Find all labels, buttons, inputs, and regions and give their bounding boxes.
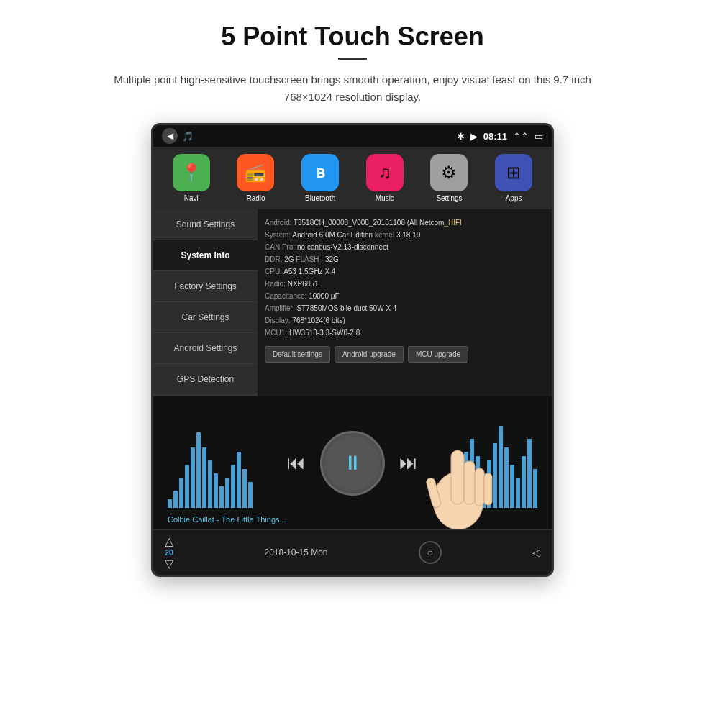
info-line-can: CAN Pro: no canbus-V2.13-disconnect (265, 241, 545, 253)
svg-rect-4 (484, 473, 492, 505)
app-bluetooth[interactable]: ʙ Bluetooth (301, 154, 339, 202)
app-settings[interactable]: ⚙ Settings (430, 154, 468, 202)
status-bar: ◀ 🎵 ✱ ▶ 08:11 ⌃⌃ ▭ (153, 125, 552, 147)
music-controls: ⏮ ⏸ ⏭ (287, 431, 418, 496)
app-grid: 📍 Navi 📻 Radio ʙ Bluetooth ♫ Music ⚙ Set… (153, 147, 552, 209)
svg-rect-1 (451, 450, 464, 504)
volume-up-button[interactable]: △ (165, 534, 173, 548)
apps-label: Apps (506, 194, 522, 202)
visualizer-bar (225, 478, 229, 508)
visualizer-bar (231, 465, 235, 508)
expand-icon: ⌃⌃ (513, 131, 529, 142)
android-upgrade-button[interactable]: Android upgrade (335, 346, 404, 363)
bluetooth-label: Bluetooth (305, 194, 335, 202)
sidebar-item-system-info[interactable]: System Info (153, 240, 258, 271)
music-label: Music (376, 194, 394, 202)
device-frame: ◀ 🎵 ✱ ▶ 08:11 ⌃⌃ ▭ 📍 Navi 📻 Radio ʙ Blue… (151, 123, 554, 577)
volume-control: △ 20 ▽ (165, 534, 173, 570)
visualizer-bar (237, 452, 241, 508)
visualizer-bar (516, 478, 520, 508)
visualizer-bar (168, 499, 172, 508)
sidebar: Sound Settings System Info Factory Setti… (153, 209, 258, 396)
status-right: ✱ ▶ 08:11 ⌃⌃ ▭ (457, 131, 543, 142)
bluetooth-status-icon: ✱ (457, 131, 465, 142)
hand-illustration (408, 414, 509, 529)
bottom-nav: △ 20 ▽ 2018-10-15 Mon ○ ◁ (153, 529, 552, 575)
info-line-android: Android: T3518CH_00008_V008_20181108 (Al… (265, 217, 545, 229)
system-info-panel: Android: T3518CH_00008_V008_20181108 (Al… (258, 209, 552, 396)
music-section: ⏮ ⏸ ⏭ Colbie Caillat - The Little Things… (153, 396, 552, 529)
sidebar-item-factory-settings[interactable]: Factory Settings (153, 271, 258, 302)
visualizer-bar (196, 432, 201, 508)
visualizer-bar (527, 439, 532, 508)
sidebar-item-android-settings[interactable]: Android Settings (153, 333, 258, 364)
mcu-upgrade-button[interactable]: MCU upgrade (408, 346, 468, 363)
status-left: ◀ 🎵 (162, 128, 194, 144)
radio-icon: 📻 (237, 154, 274, 191)
info-line-capacitance: Capacitance: 10000 μF (265, 290, 545, 302)
navi-icon: 📍 (173, 154, 210, 191)
volume-down-button[interactable]: ▽ (165, 557, 173, 570)
app-music[interactable]: ♫ Music (366, 154, 404, 202)
sidebar-item-gps-detection[interactable]: GPS Detection (153, 364, 258, 395)
apps-icon: ⊞ (495, 154, 532, 191)
date-display: 2018-10-15 Mon (264, 547, 327, 558)
bluetooth-icon: ʙ (301, 154, 339, 191)
info-line-radio: Radio: NXP6851 (265, 278, 545, 290)
music-icon: 🎵 (182, 131, 194, 142)
info-line-display: Display: 768*1024(6 bits) (265, 314, 545, 327)
info-buttons: Default settings Android upgrade MCU upg… (265, 346, 545, 363)
prev-button[interactable]: ⏮ (287, 452, 306, 474)
sidebar-item-sound-settings[interactable]: Sound Settings (153, 209, 258, 240)
settings-label: Settings (436, 194, 462, 202)
visualizer-bar (242, 469, 247, 508)
status-time: 08:11 (483, 131, 507, 142)
app-navi[interactable]: 📍 Navi (173, 154, 210, 202)
battery-icon: ▭ (535, 131, 543, 142)
app-apps[interactable]: ⊞ Apps (495, 154, 532, 202)
svg-rect-3 (475, 468, 484, 506)
visualizer-bar (533, 469, 537, 508)
info-line-amplifier: Amplifier: ST7850MOS bile duct 50W X 4 (265, 302, 545, 314)
visualizer-left (168, 432, 253, 508)
visualizer-bar (208, 460, 212, 508)
info-line-ddr: DDR: 2G FLASH : 32G (265, 253, 545, 265)
back-nav-button[interactable]: ◁ (532, 541, 540, 564)
settings-icon: ⚙ (430, 154, 468, 191)
visualizer-bar (185, 465, 189, 508)
visualizer-bar (248, 482, 253, 508)
info-line-mcu: MCU1: HW3518-3.3-SW0-2.8 (265, 327, 545, 339)
info-line-system: System: Android 6.0M Car Edition kernel … (265, 229, 545, 241)
play-pause-button[interactable]: ⏸ (320, 431, 385, 496)
app-radio[interactable]: 📻 Radio (237, 154, 274, 202)
back-button[interactable]: ◀ (162, 128, 178, 144)
info-line-cpu: CPU: A53 1.5GHz X 4 (265, 265, 545, 278)
visualizer-bar (522, 456, 526, 508)
song-title: Colbie Caillat - The Little Things... (168, 515, 286, 524)
music-app-icon: ♫ (366, 154, 404, 191)
navi-label: Navi (184, 194, 199, 202)
svg-rect-2 (464, 461, 475, 504)
volume-level: 20 (165, 548, 173, 557)
title-divider (338, 58, 367, 60)
main-content: Sound Settings System Info Factory Setti… (153, 209, 552, 396)
sidebar-item-car-settings[interactable]: Car Settings (153, 302, 258, 333)
visualizer-bar (214, 473, 218, 508)
home-button[interactable]: ○ (419, 541, 442, 564)
default-settings-button[interactable]: Default settings (265, 346, 330, 363)
visualizer-bar (510, 465, 514, 508)
visualizer-bar (202, 447, 206, 508)
signal-icon: ▶ (470, 131, 478, 142)
page-title: 5 Point Touch Screen (221, 22, 483, 52)
visualizer-bar (179, 478, 183, 508)
visualizer-bar (191, 447, 195, 508)
visualizer-bar (173, 491, 178, 508)
radio-label: Radio (246, 194, 265, 202)
visualizer-bar (219, 486, 224, 508)
page-subtitle: Multiple point high-sensitive touchscree… (94, 71, 611, 106)
